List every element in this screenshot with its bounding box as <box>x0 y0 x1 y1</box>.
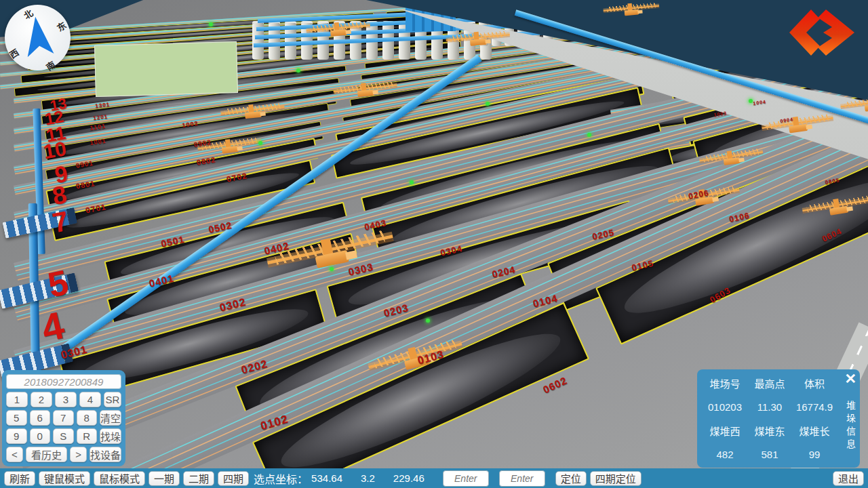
status-indicator-dot <box>410 180 414 184</box>
clear-button[interactable]: 清空 <box>100 410 121 426</box>
refresh-button[interactable]: 刷新 <box>4 471 35 486</box>
compass[interactable]: 北 东 西 南 <box>5 5 71 70</box>
close-icon[interactable]: ✕ <box>844 371 856 387</box>
info-header: 煤堆长 <box>792 424 837 438</box>
company-logo <box>788 8 856 57</box>
find-pile-button[interactable]: 找垛 <box>100 428 121 444</box>
coordinate-input-1[interactable] <box>443 470 489 487</box>
status-indicator-dot <box>486 102 490 106</box>
info-value: 16774.9 <box>792 401 837 413</box>
prev-button[interactable]: < <box>6 447 23 462</box>
status-indicator-dot <box>258 141 262 145</box>
green-field <box>94 41 238 97</box>
key-s[interactable]: S <box>53 428 74 444</box>
pile-search-input[interactable] <box>6 374 121 389</box>
mode-buttons: 刷新键鼠模式鼠标模式一期二期四期 <box>4 471 249 486</box>
phase-2-button[interactable]: 二期 <box>183 471 214 486</box>
coordinate-y-value: 3.2 <box>361 472 375 484</box>
info-value: 010203 <box>703 401 747 413</box>
key-7[interactable]: 7 <box>53 410 74 426</box>
coordinate-x-value: 534.64 <box>311 472 342 484</box>
status-indicator-dot <box>330 267 334 271</box>
key-5[interactable]: 5 <box>6 410 27 426</box>
info-header: 体积 <box>792 376 837 390</box>
navigation-arrow-icon <box>14 10 62 66</box>
info-value: 11.30 <box>747 401 792 413</box>
sr-button[interactable]: SR <box>104 392 121 407</box>
info-value: 482 <box>703 449 747 460</box>
status-indicator-dot <box>296 68 300 73</box>
coal-yard-3d-monitor: 1301120111011001100209010902080108020701… <box>0 0 868 488</box>
phase-4-button[interactable]: 四期 <box>218 471 249 486</box>
find-device-button[interactable]: 找设备 <box>90 447 121 462</box>
status-indicator-dot <box>587 133 591 137</box>
row-number-label: 10 <box>42 138 68 162</box>
pile-search-keypad-panel: 1234SR5678清空90SR找垛<看历史>找设备 <box>2 370 125 466</box>
exit-button[interactable]: 退出 <box>833 471 864 486</box>
key-0[interactable]: 0 <box>30 428 51 444</box>
key-2[interactable]: 2 <box>31 392 52 407</box>
locate-button[interactable]: 定位 <box>555 471 587 486</box>
phase-1-button[interactable]: 一期 <box>149 471 180 486</box>
mouse-mode-button[interactable]: 鼠标模式 <box>94 471 145 486</box>
key-8[interactable]: 8 <box>77 410 98 426</box>
key-3[interactable]: 3 <box>55 392 77 407</box>
coordinate-input-2[interactable] <box>499 470 545 487</box>
key-9[interactable]: 9 <box>6 428 27 444</box>
pile-info-grid: 堆场号最高点体积01020311.3016774.9煤堆西煤堆东煤堆长48258… <box>703 373 837 463</box>
info-value: 99 <box>792 449 837 460</box>
selected-point-coordinates-label: 选点坐标： <box>254 470 308 487</box>
pile-info-panel: ✕ 堆垛信息 堆场号最高点体积01020311.3016774.9煤堆西煤堆东煤… <box>697 369 860 468</box>
status-indicator-dot <box>209 22 213 26</box>
info-value: 581 <box>747 449 792 460</box>
coordinate-z-value: 229.46 <box>393 472 425 484</box>
key-r[interactable]: R <box>77 428 98 444</box>
next-button[interactable]: > <box>70 447 87 462</box>
bottom-toolbar: 刷新键鼠模式鼠标模式一期二期四期 选点坐标： 534.64 3.2 229.46… <box>0 468 868 488</box>
key-1[interactable]: 1 <box>6 392 28 407</box>
view-history-button[interactable]: 看历史 <box>26 447 67 462</box>
key-4[interactable]: 4 <box>79 392 101 407</box>
locate-buttons: 定位四期定位 <box>555 471 642 486</box>
key-6[interactable]: 6 <box>30 410 51 426</box>
info-header: 煤堆东 <box>747 424 792 438</box>
info-header: 最高点 <box>747 376 792 390</box>
keypad-buttons: 1234SR5678清空90SR找垛<看历史>找设备 <box>6 392 121 462</box>
keyboard-mouse-mode-button[interactable]: 键鼠模式 <box>39 471 90 486</box>
info-header: 煤堆西 <box>703 424 747 438</box>
status-indicator-dot <box>426 319 430 323</box>
pile-info-side-tab[interactable]: 堆垛信息 <box>844 401 857 452</box>
info-header: 堆场号 <box>703 376 747 390</box>
phase-4-locate-button[interactable]: 四期定位 <box>590 471 642 486</box>
